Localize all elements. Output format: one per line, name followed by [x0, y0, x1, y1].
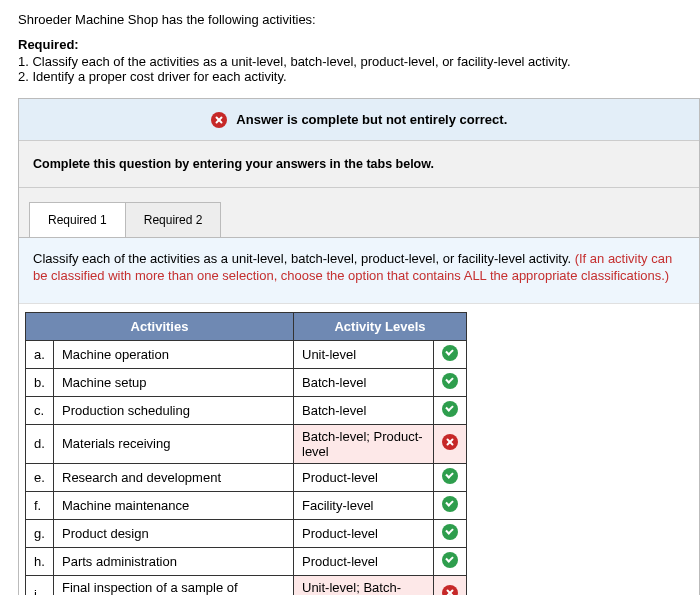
row-letter: g.: [26, 519, 54, 547]
check-icon: [442, 345, 458, 361]
row-letter: e.: [26, 463, 54, 491]
hint-main: Classify each of the activities as a uni…: [33, 251, 575, 266]
answer-panel: Answer is complete but not entirely corr…: [18, 98, 700, 595]
table-row: d.Materials receivingBatch-level; Produc…: [26, 424, 467, 463]
row-letter: i.: [26, 575, 54, 595]
error-icon: [211, 112, 227, 128]
status-bar: Answer is complete but not entirely corr…: [19, 99, 699, 141]
row-status: [434, 575, 467, 595]
row-status: [434, 424, 467, 463]
tabs: Required 1 Required 2: [29, 202, 699, 237]
required-line-1: 1. Classify each of the activities as a …: [18, 54, 700, 69]
classification-hint: Classify each of the activities as a uni…: [19, 238, 699, 304]
tab-required-1[interactable]: Required 1: [29, 202, 126, 237]
row-level-select[interactable]: Batch-level; Product-level: [294, 424, 434, 463]
intro-text: Shroeder Machine Shop has the following …: [18, 12, 700, 27]
check-icon: [442, 524, 458, 540]
row-letter: c.: [26, 396, 54, 424]
row-level-select[interactable]: Batch-level: [294, 368, 434, 396]
status-text: Answer is complete but not entirely corr…: [236, 112, 507, 127]
row-letter: d.: [26, 424, 54, 463]
check-icon: [442, 373, 458, 389]
row-activity: Production scheduling: [54, 396, 294, 424]
row-status: [434, 368, 467, 396]
row-status: [434, 340, 467, 368]
check-icon: [442, 496, 458, 512]
col-activities: Activities: [26, 312, 294, 340]
required-label: Required:: [18, 37, 700, 52]
row-activity: Final inspection of a sample of products: [54, 575, 294, 595]
row-letter: h.: [26, 547, 54, 575]
table-row: f.Machine maintenanceFacility-level: [26, 491, 467, 519]
check-icon: [442, 468, 458, 484]
tab-body: Classify each of the activities as a uni…: [19, 237, 699, 595]
row-activity: Machine maintenance: [54, 491, 294, 519]
row-level-select[interactable]: Facility-level: [294, 491, 434, 519]
row-letter: f.: [26, 491, 54, 519]
row-status: [434, 396, 467, 424]
table-row: e.Research and developmentProduct-level: [26, 463, 467, 491]
row-activity: Machine operation: [54, 340, 294, 368]
row-level-select[interactable]: Product-level: [294, 519, 434, 547]
table-row: c.Production schedulingBatch-level: [26, 396, 467, 424]
row-activity: Materials receiving: [54, 424, 294, 463]
row-status: [434, 519, 467, 547]
table-row: g.Product designProduct-level: [26, 519, 467, 547]
row-letter: b.: [26, 368, 54, 396]
row-activity: Product design: [54, 519, 294, 547]
check-icon: [442, 401, 458, 417]
activities-table: Activities Activity Levels a.Machine ope…: [25, 312, 467, 595]
row-status: [434, 463, 467, 491]
row-activity: Research and development: [54, 463, 294, 491]
row-activity: Parts administration: [54, 547, 294, 575]
error-icon: [442, 585, 458, 595]
check-icon: [442, 552, 458, 568]
row-level-select[interactable]: Batch-level: [294, 396, 434, 424]
row-status: [434, 547, 467, 575]
row-status: [434, 491, 467, 519]
row-letter: a.: [26, 340, 54, 368]
error-icon: [442, 434, 458, 450]
table-row: b.Machine setupBatch-level: [26, 368, 467, 396]
table-row: a.Machine operationUnit-level: [26, 340, 467, 368]
required-line-2: 2. Identify a proper cost driver for eac…: [18, 69, 700, 84]
col-activity-levels: Activity Levels: [294, 312, 467, 340]
row-level-select[interactable]: Product-level: [294, 463, 434, 491]
row-level-select[interactable]: Product-level: [294, 547, 434, 575]
row-level-select[interactable]: Unit-level; Batch-level: [294, 575, 434, 595]
row-level-select[interactable]: Unit-level: [294, 340, 434, 368]
table-row: i.Final inspection of a sample of produc…: [26, 575, 467, 595]
tab-required-2[interactable]: Required 2: [125, 202, 222, 237]
table-row: h.Parts administrationProduct-level: [26, 547, 467, 575]
tabs-instruction: Complete this question by entering your …: [19, 141, 699, 188]
row-activity: Machine setup: [54, 368, 294, 396]
